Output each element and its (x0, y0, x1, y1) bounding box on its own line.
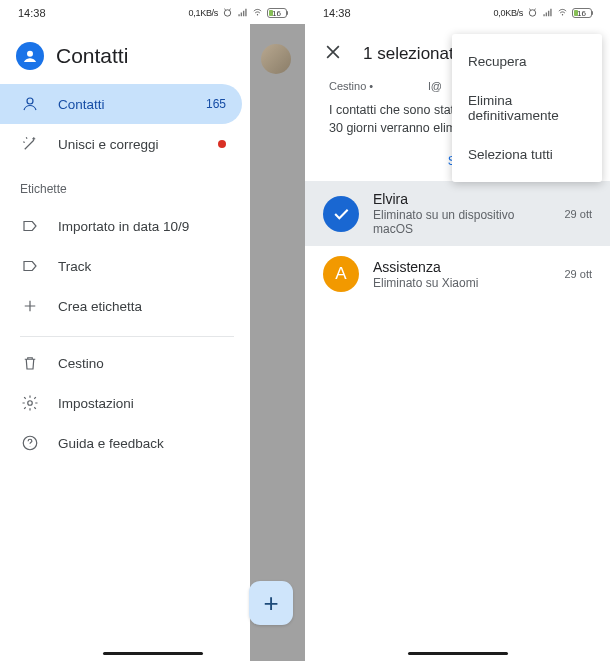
statusbar-data-rate: 0,0KB/s (494, 8, 523, 18)
nav-merge-label: Unisci e correggi (58, 137, 159, 152)
nav-label-imported-text: Importato in data 10/9 (58, 219, 189, 234)
gesture-bar (408, 652, 508, 656)
right-screenshot: 14:38 0,0KB/s 16 1 selezionato Cestino •… (305, 0, 610, 661)
svg-point-2 (27, 51, 33, 57)
alarm-icon (527, 7, 538, 20)
nav-help-label: Guida e feedback (58, 436, 164, 451)
trash-icon (20, 354, 40, 372)
nav-settings[interactable]: Impostazioni (0, 383, 242, 423)
menu-select-all[interactable]: Seleziona tutti (452, 135, 602, 174)
menu-delete-forever[interactable]: Elimina definitivamente (452, 81, 602, 135)
plus-icon (20, 297, 40, 315)
battery-icon: 16 (572, 8, 592, 18)
svg-point-3 (27, 98, 33, 104)
svg-point-6 (529, 9, 535, 15)
fab-add-contact[interactable]: + (249, 581, 293, 625)
gesture-bar (103, 652, 203, 656)
magic-wand-icon (20, 135, 40, 153)
account-circle-icon (16, 42, 44, 70)
labels-section-header: Etichette (0, 164, 250, 206)
battery-icon: 16 (267, 8, 287, 18)
contact-name: Assistenza (373, 259, 550, 275)
contact-date: 29 ott (564, 268, 592, 280)
alert-dot-icon (218, 140, 226, 148)
wifi-icon (252, 7, 263, 20)
close-selection-button[interactable] (323, 42, 343, 66)
scrim-overlay[interactable] (250, 24, 305, 661)
contact-subtitle: Eliminato su Xiaomi (373, 276, 550, 290)
svg-point-0 (224, 9, 230, 15)
contact-row[interactable]: Elvira Eliminato su un dispositivo macOS… (305, 181, 610, 246)
menu-recover[interactable]: Recupera (452, 42, 602, 81)
nav-contacts-count: 165 (206, 97, 226, 111)
overflow-menu: Recupera Elimina definitivamente Selezio… (452, 34, 602, 182)
contact-avatar[interactable]: A (323, 256, 359, 292)
svg-point-7 (562, 14, 563, 15)
divider (20, 336, 234, 337)
contact-name: Elvira (373, 191, 550, 207)
selection-count-title: 1 selezionato (363, 44, 463, 64)
nav-contacts[interactable]: Contatti 165 (0, 84, 242, 124)
selected-check-icon[interactable] (323, 196, 359, 232)
nav-settings-label: Impostazioni (58, 396, 134, 411)
statusbar-time: 14:38 (18, 7, 46, 19)
nav-label-track[interactable]: Track (0, 246, 242, 286)
app-title: Contatti (56, 44, 128, 68)
wifi-icon (557, 7, 568, 20)
label-icon (20, 217, 40, 235)
nav-create-label-text: Crea etichetta (58, 299, 142, 314)
statusbar-right: 14:38 0,0KB/s 16 (305, 0, 610, 24)
nav-create-label[interactable]: Crea etichetta (0, 286, 242, 326)
nav-contacts-label: Contatti (58, 97, 105, 112)
drawer-header: Contatti (0, 36, 250, 84)
signal-icon (542, 7, 553, 20)
nav-trash-label: Cestino (58, 356, 104, 371)
contact-date: 29 ott (564, 208, 592, 220)
signal-icon (237, 7, 248, 20)
nav-label-track-text: Track (58, 259, 91, 274)
contact-subtitle: Eliminato su un dispositivo macOS (373, 208, 550, 236)
svg-point-4 (28, 401, 33, 406)
statusbar-data-rate: 0,1KB/s (189, 8, 218, 18)
alarm-icon (222, 7, 233, 20)
help-icon (20, 434, 40, 452)
account-avatar[interactable] (261, 44, 291, 74)
gear-icon (20, 394, 40, 412)
nav-trash[interactable]: Cestino (0, 343, 242, 383)
contact-row[interactable]: A Assistenza Eliminato su Xiaomi 29 ott (305, 246, 610, 302)
plus-icon: + (263, 588, 278, 619)
statusbar-time: 14:38 (323, 7, 351, 19)
nav-help[interactable]: Guida e feedback (0, 423, 242, 463)
svg-point-1 (257, 14, 258, 15)
nav-merge-fix[interactable]: Unisci e correggi (0, 124, 242, 164)
left-screenshot: 14:38 0,1KB/s 16 Contatti Contatti 165 U… (0, 0, 305, 661)
label-icon (20, 257, 40, 275)
person-icon (20, 95, 40, 113)
nav-label-imported[interactable]: Importato in data 10/9 (0, 206, 242, 246)
statusbar-left: 14:38 0,1KB/s 16 (0, 0, 305, 24)
